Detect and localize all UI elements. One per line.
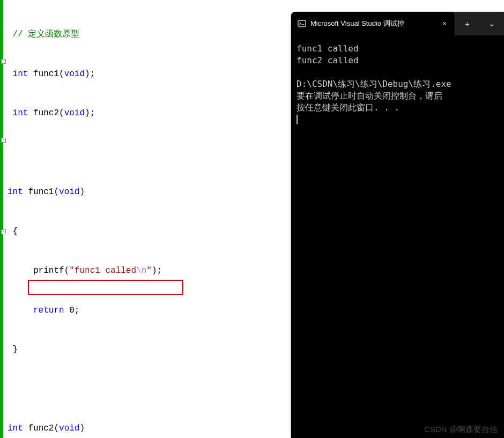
tab-dropdown-button[interactable]: ⌄ xyxy=(479,12,504,35)
svg-rect-0 xyxy=(298,20,306,27)
output-line: 按任意键关闭此窗口. . . xyxy=(297,102,399,113)
terminal-tab[interactable]: Microsoft Visual Studio 调试控 × xyxy=(291,12,455,35)
plus-icon: + xyxy=(465,19,470,28)
code-content[interactable]: // 定义函数原型 int func1(void); int func2(voi… xyxy=(8,0,212,438)
terminal-output[interactable]: func1 called func2 called D:\CSDN\练习\练习\… xyxy=(291,35,504,131)
fold-gutter: - - - xyxy=(3,0,8,438)
output-line: func2 called xyxy=(297,55,359,65)
comment: // 定义函数原型 xyxy=(13,29,80,39)
terminal-window: Microsoft Visual Studio 调试控 × + ⌄ func1 … xyxy=(291,12,504,438)
terminal-titlebar: Microsoft Visual Studio 调试控 × + ⌄ xyxy=(291,12,504,35)
fold-toggle-icon[interactable]: - xyxy=(1,138,6,143)
new-tab-button[interactable]: + xyxy=(455,12,479,35)
fold-toggle-icon[interactable]: - xyxy=(1,229,6,234)
fold-toggle-icon[interactable]: - xyxy=(1,59,6,64)
terminal-icon xyxy=(298,19,306,28)
terminal-title: Microsoft Visual Studio 调试控 xyxy=(310,19,436,28)
chevron-down-icon: ⌄ xyxy=(488,19,495,28)
code-editor[interactable]: - - - // 定义函数原型 int func1(void); int fun… xyxy=(0,0,290,438)
cursor xyxy=(297,115,298,124)
tab-close-icon[interactable]: × xyxy=(441,19,448,28)
output-line: 要在调试停止时自动关闭控制台，请启 xyxy=(297,91,442,101)
output-line: D:\CSDN\练习\练习\Debug\练习.exe xyxy=(297,79,451,89)
output-line: func1 called xyxy=(297,43,359,54)
